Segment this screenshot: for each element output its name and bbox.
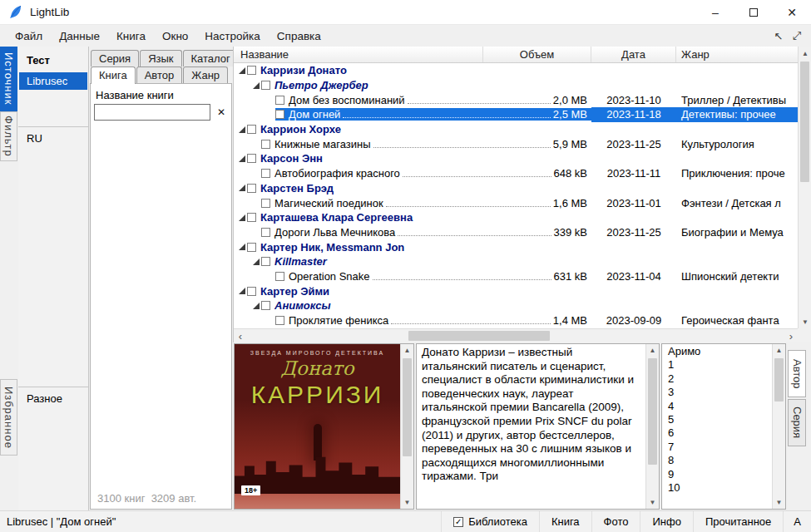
- menu-item[interactable]: Данные: [51, 27, 108, 45]
- scroll-up-icon[interactable]: ▲: [401, 344, 413, 357]
- expand-icon[interactable]: [237, 125, 247, 135]
- filter-item-ru[interactable]: RU: [27, 132, 42, 145]
- status-item[interactable]: Инфо: [640, 511, 692, 532]
- row-checkbox[interactable]: [261, 140, 270, 149]
- filter-tab[interactable]: Каталог: [183, 50, 239, 66]
- tree-row[interactable]: Автобиография красного 648 kB 2023-11-11…: [234, 166, 798, 181]
- tree-vscrollbar[interactable]: ▲ ▼: [798, 47, 811, 328]
- tree-row[interactable]: Карсон Энн: [234, 151, 798, 166]
- scroll-thumb[interactable]: [648, 358, 657, 465]
- list-item[interactable]: 2: [662, 372, 772, 385]
- expand-icon[interactable]: [237, 154, 247, 164]
- list-item[interactable]: Аримо: [662, 344, 772, 357]
- filter-tab[interactable]: Серия: [91, 50, 139, 66]
- status-item[interactable]: Фото: [591, 511, 640, 532]
- list-scrollbar[interactable]: ▲ ▼: [772, 344, 785, 509]
- source-item-test[interactable]: Тест: [27, 54, 50, 66]
- list-item[interactable]: 9: [662, 467, 772, 480]
- column-header-size[interactable]: Объем: [483, 47, 591, 62]
- filter-tab[interactable]: Язык: [140, 50, 181, 66]
- tree-row[interactable]: Проклятие феникса 1,4 MB 2023-09-09 Геро…: [234, 313, 798, 328]
- tree-row[interactable]: Killmaster: [234, 254, 798, 269]
- column-header-name[interactable]: Название: [234, 47, 483, 62]
- list-item[interactable]: 8: [662, 453, 772, 466]
- tree-row[interactable]: Магический поединок 1,6 MB 2023-11-01 Фэ…: [234, 195, 798, 210]
- scroll-down-icon[interactable]: ▼: [773, 496, 785, 509]
- tree-row[interactable]: Картер Ник, Messmann Jon: [234, 239, 798, 254]
- row-checkbox[interactable]: [275, 316, 284, 325]
- menu-item[interactable]: Справка: [269, 27, 329, 45]
- filter-tab[interactable]: Книга: [91, 66, 136, 84]
- scroll-up-icon[interactable]: ▲: [799, 47, 811, 60]
- tree-hscrollbar[interactable]: ‹ ›: [234, 328, 798, 342]
- close-button[interactable]: ✕: [773, 0, 811, 25]
- list-item[interactable]: 1: [662, 357, 772, 371]
- menu-item[interactable]: Окно: [154, 27, 196, 45]
- status-item[interactable]: Книга: [539, 511, 591, 532]
- tree-row[interactable]: Картер Эйми: [234, 283, 798, 298]
- menu-item[interactable]: Книга: [108, 27, 154, 45]
- description-scrollbar[interactable]: ▲ ▼: [645, 344, 659, 509]
- scroll-down-icon[interactable]: ▼: [401, 496, 413, 509]
- list-item[interactable]: 5: [662, 412, 772, 426]
- tree-row[interactable]: Анимоксы: [234, 298, 798, 313]
- list-item[interactable]: 10: [662, 480, 772, 494]
- scroll-thumb[interactable]: [403, 358, 412, 456]
- tree-row[interactable]: Книжные магазины 5,9 MB 2023-11-25 Культ…: [234, 136, 798, 151]
- row-checkbox[interactable]: [275, 110, 284, 119]
- tree-row[interactable]: Дороги Льва Мечникова 339 kB 2023-11-25 …: [234, 225, 798, 240]
- row-checkbox[interactable]: [247, 243, 256, 252]
- menu-item[interactable]: Файл: [7, 27, 51, 45]
- scroll-thumb[interactable]: [774, 358, 784, 401]
- row-checkbox[interactable]: [247, 287, 256, 296]
- expand-icon[interactable]: [237, 213, 247, 223]
- scroll-right-icon[interactable]: ›: [784, 329, 798, 342]
- column-header-date[interactable]: Дата: [591, 47, 676, 62]
- expand-icon[interactable]: [237, 183, 247, 193]
- expand-icon[interactable]: [237, 286, 247, 296]
- expand-all-icon[interactable]: ⤢: [788, 27, 806, 44]
- cover-scrollbar[interactable]: ▲ ▼: [400, 344, 413, 509]
- row-checkbox[interactable]: [261, 169, 270, 178]
- scroll-up-icon[interactable]: ▲: [773, 344, 785, 357]
- row-checkbox[interactable]: [247, 154, 256, 163]
- tree-row[interactable]: Дом без воспоминаний 2,0 MB 2023-11-10 Т…: [234, 92, 798, 107]
- row-checkbox[interactable]: [275, 96, 284, 105]
- menu-item[interactable]: Настройка: [196, 27, 268, 45]
- tree-row[interactable]: Карризи Донато: [234, 63, 798, 78]
- row-checkbox[interactable]: [261, 257, 270, 266]
- minimize-button[interactable]: –: [696, 0, 734, 25]
- expand-icon[interactable]: [237, 66, 247, 76]
- book-title-input[interactable]: [94, 104, 210, 121]
- sidebar-tab-source[interactable]: Источник: [0, 47, 17, 111]
- row-checkbox[interactable]: [247, 125, 256, 134]
- status-item[interactable]: Прочитанное: [693, 511, 783, 532]
- filter-tab[interactable]: Автор: [136, 66, 183, 83]
- tree-row[interactable]: Operation Snake 631 kB 2023-11-04 Шпионс…: [234, 269, 798, 284]
- row-checkbox[interactable]: [247, 66, 256, 75]
- row-checkbox[interactable]: [247, 184, 256, 193]
- clear-search-button[interactable]: ✕: [214, 104, 229, 121]
- scroll-down-icon[interactable]: ▼: [646, 496, 659, 509]
- row-checkbox[interactable]: [261, 199, 270, 208]
- expand-icon[interactable]: [251, 81, 261, 91]
- scroll-thumb[interactable]: [408, 331, 550, 341]
- tree-row[interactable]: Каррион Хорхе: [234, 122, 798, 137]
- sidebar-tab-favorites[interactable]: Избранное: [0, 379, 17, 456]
- row-checkbox[interactable]: [261, 301, 270, 310]
- tree-row[interactable]: Карстен Брэд: [234, 181, 798, 196]
- library-toggle[interactable]: ✓ Библиотека: [441, 511, 539, 532]
- row-checkbox[interactable]: [275, 272, 284, 281]
- library-checkbox[interactable]: ✓: [453, 517, 463, 527]
- row-checkbox[interactable]: [247, 213, 256, 222]
- favorites-item-raznoe[interactable]: Разное: [27, 392, 62, 405]
- list-item[interactable]: 6: [662, 426, 772, 439]
- tree-row[interactable]: Дом огней 2,5 MB 2023-11-18 Детективы: п…: [234, 107, 798, 122]
- scroll-left-icon[interactable]: ‹: [234, 329, 247, 342]
- column-header-genre[interactable]: Жанр: [676, 47, 798, 62]
- source-item-librusec[interactable]: Librusec: [19, 72, 87, 90]
- maximize-button[interactable]: [734, 0, 773, 25]
- side-tab[interactable]: Серия: [788, 399, 806, 446]
- expand-icon[interactable]: [251, 257, 261, 267]
- scroll-thumb[interactable]: [800, 62, 809, 182]
